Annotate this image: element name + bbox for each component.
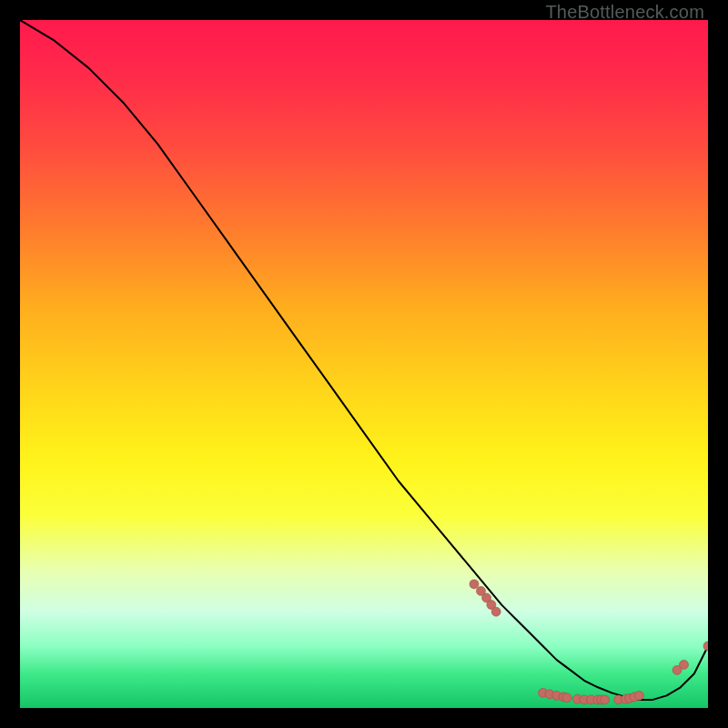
data-point xyxy=(562,693,571,703)
data-point xyxy=(470,580,479,589)
data-point xyxy=(703,642,708,651)
chart-svg xyxy=(20,20,708,708)
data-point xyxy=(634,691,643,700)
plot-area xyxy=(20,20,708,708)
watermark-text: TheBottleneck.com xyxy=(545,2,704,23)
data-point xyxy=(491,607,500,616)
data-markers xyxy=(470,580,708,704)
data-point xyxy=(680,660,689,669)
bottleneck-curve xyxy=(20,20,708,700)
data-point xyxy=(601,695,610,704)
chart-frame: TheBottleneck.com xyxy=(0,0,728,728)
